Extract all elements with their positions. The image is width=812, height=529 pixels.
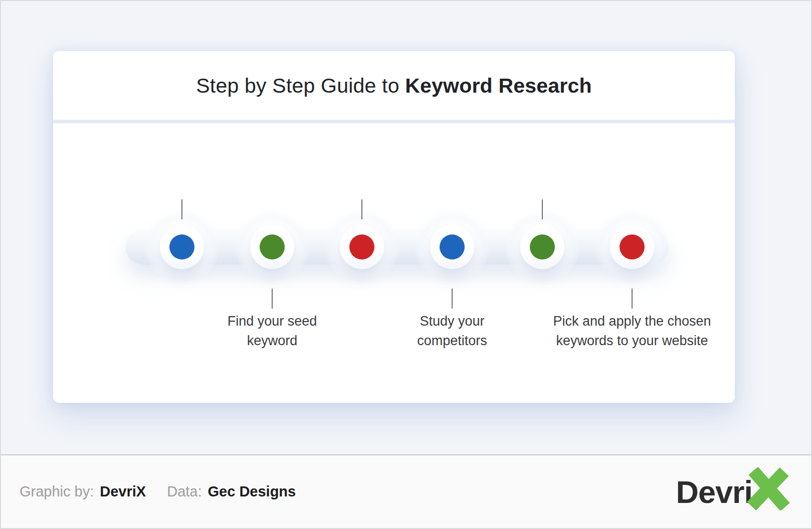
devrix-logo-text: Devri — [676, 474, 752, 510]
infographic-page: Step by Step Guide to Keyword Research U… — [0, 0, 812, 529]
title-regular: Step by Step Guide to — [196, 74, 405, 97]
content-card: Step by Step Guide to Keyword Research — [53, 51, 735, 403]
credit-data-label: Data: — [167, 483, 201, 500]
devrix-logo: Devri — [676, 469, 791, 514]
page-title: Step by Step Guide to Keyword Research — [196, 74, 591, 98]
card-header: Step by Step Guide to Keyword Research — [53, 51, 735, 120]
footer: Graphic by: DevriX Data: Gec Designs Dev… — [1, 454, 811, 528]
header-separator — [53, 120, 735, 123]
credit-data-value: Gec Designs — [208, 483, 296, 500]
credit-graphic-value: DevriX — [100, 483, 146, 500]
credit-graphic-label: Graphic by: — [20, 483, 94, 500]
title-bold: Keyword Research — [405, 74, 591, 97]
devrix-logo-x-icon — [745, 467, 791, 512]
credits: Graphic by: DevriX Data: Gec Designs — [20, 483, 296, 500]
